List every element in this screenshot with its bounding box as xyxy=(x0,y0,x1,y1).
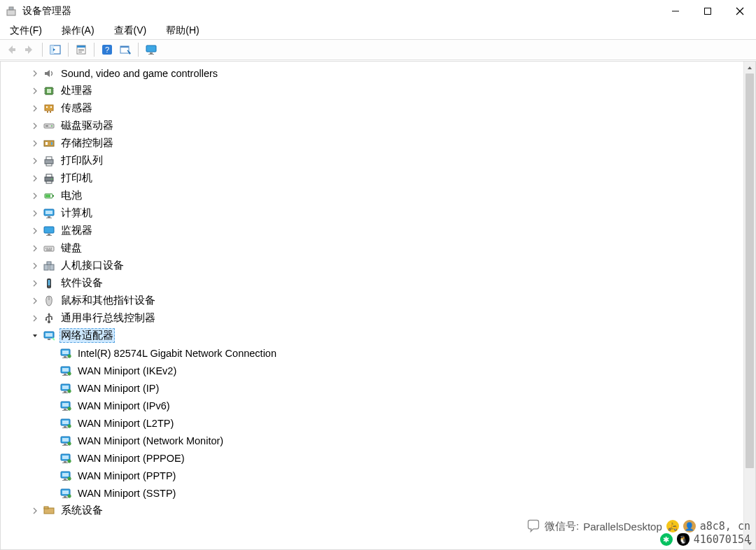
tree-row-label: 键盘 xyxy=(59,241,83,255)
storagectl-icon xyxy=(43,137,55,150)
tree-row[interactable]: WAN Miniport (IP) xyxy=(1,379,743,397)
printqueue-icon xyxy=(43,155,55,167)
scroll-thumb[interactable] xyxy=(746,73,754,468)
tree-row-label: WAN Miniport (IPv6) xyxy=(76,400,172,412)
tree-row[interactable]: 传感器 xyxy=(1,99,743,117)
tree-row[interactable]: 系统设备 xyxy=(1,502,743,519)
disk-icon xyxy=(43,120,55,132)
tree-row-label: 鼠标和其他指针设备 xyxy=(59,293,157,308)
expand-icon[interactable] xyxy=(30,121,40,131)
tree-row-label: WAN Miniport (IP) xyxy=(76,382,160,395)
tree-row-label: 计算机 xyxy=(59,206,94,220)
scroll-track[interactable] xyxy=(744,73,755,537)
expand-icon[interactable] xyxy=(30,226,40,236)
menu-file[interactable]: 文件(F) xyxy=(6,23,46,38)
expand-icon[interactable] xyxy=(30,313,40,323)
nic-icon xyxy=(59,347,72,360)
expand-icon[interactable] xyxy=(30,278,40,288)
tree-row[interactable]: 打印机 xyxy=(1,169,743,187)
expand-icon[interactable] xyxy=(30,69,40,78)
collapse-icon[interactable] xyxy=(30,331,40,341)
app-icon xyxy=(6,6,17,17)
close-button[interactable] xyxy=(724,0,756,22)
tree-row[interactable]: 计算机 xyxy=(1,204,743,222)
tree-row-label: 系统设备 xyxy=(59,503,104,518)
expand-icon[interactable] xyxy=(30,209,40,218)
tree-row-label: WAN Miniport (PPTP) xyxy=(76,470,177,482)
printer-icon xyxy=(43,172,55,185)
scan-hardware-button[interactable] xyxy=(117,41,134,58)
maximize-button[interactable] xyxy=(692,0,724,22)
expand-icon[interactable] xyxy=(30,506,40,516)
tree-row-label: WAN Miniport (IKEv2) xyxy=(76,365,178,377)
expand-icon[interactable] xyxy=(30,191,40,201)
tree-row[interactable]: WAN Miniport (L2TP) xyxy=(1,414,743,432)
expander-placeholder xyxy=(47,383,57,393)
menu-help[interactable]: 帮助(H) xyxy=(162,23,203,38)
help-button[interactable] xyxy=(99,41,115,58)
device-tree[interactable]: Sound, video and game controllers处理器传感器磁… xyxy=(1,62,743,549)
tree-row[interactable]: WAN Miniport (PPTP) xyxy=(1,467,743,484)
tree-row[interactable]: 网络适配器 xyxy=(1,327,743,344)
window-title: 设备管理器 xyxy=(22,5,71,17)
expand-icon[interactable] xyxy=(30,174,40,183)
mouse-icon xyxy=(43,295,55,307)
expand-icon[interactable] xyxy=(30,139,40,148)
minimize-button[interactable] xyxy=(659,0,692,22)
scroll-up-button[interactable] xyxy=(744,62,755,73)
expand-icon[interactable] xyxy=(30,86,40,96)
expand-icon[interactable] xyxy=(30,296,40,306)
tree-row[interactable]: 监视器 xyxy=(1,222,743,239)
tree-row-label: 软件设备 xyxy=(59,276,104,290)
tree-row-label: WAN Miniport (Network Monitor) xyxy=(76,435,225,447)
tree-row[interactable]: WAN Miniport (Network Monitor) xyxy=(1,432,743,449)
scan-icon xyxy=(120,44,131,55)
tree-row[interactable]: 软件设备 xyxy=(1,274,743,292)
nic-icon xyxy=(59,417,72,430)
tree-row[interactable]: 电池 xyxy=(1,187,743,204)
tree-row[interactable]: 处理器 xyxy=(1,82,743,99)
expander-placeholder xyxy=(47,488,57,498)
tree-row-label: WAN Miniport (L2TP) xyxy=(76,417,175,430)
titlebar[interactable]: 设备管理器 xyxy=(0,0,756,22)
show-hide-tree-button[interactable] xyxy=(47,41,64,58)
tree-row-label: 传感器 xyxy=(59,101,94,115)
tree-row-label: 磁盘驱动器 xyxy=(59,118,115,133)
scroll-down-button[interactable] xyxy=(744,537,755,549)
properties-button[interactable] xyxy=(73,41,90,58)
tree-row[interactable]: WAN Miniport (IPv6) xyxy=(1,397,743,414)
expand-icon[interactable] xyxy=(30,104,40,113)
tree-row[interactable]: 打印队列 xyxy=(1,152,743,169)
expand-icon[interactable] xyxy=(30,261,40,271)
nic-icon xyxy=(59,487,72,500)
tree-row[interactable]: WAN Miniport (SSTP) xyxy=(1,484,743,502)
expander-placeholder xyxy=(47,366,57,376)
tree-row[interactable]: Sound, video and game controllers xyxy=(1,64,743,82)
tree-row[interactable]: 键盘 xyxy=(1,239,743,257)
toolbar-separator xyxy=(94,43,94,57)
device-manager-window: 设备管理器 文件(F) 操作(A) 查看(V) 帮助(H) Sound, vid… xyxy=(0,0,756,550)
monitor-icon xyxy=(43,225,55,237)
menu-action[interactable]: 操作(A) xyxy=(57,23,99,38)
vertical-scrollbar[interactable] xyxy=(743,62,755,549)
menu-view[interactable]: 查看(V) xyxy=(110,23,151,38)
tree-row-label: 人机接口设备 xyxy=(59,258,125,273)
tree-row-label: 处理器 xyxy=(59,83,94,98)
expand-icon[interactable] xyxy=(30,156,40,166)
tree-row[interactable]: WAN Miniport (IKEv2) xyxy=(1,362,743,379)
tree-row[interactable]: 磁盘驱动器 xyxy=(1,117,743,134)
tree-row[interactable]: 人机接口设备 xyxy=(1,257,743,274)
tree-row[interactable]: WAN Miniport (PPPOE) xyxy=(1,449,743,467)
nic-icon xyxy=(59,435,72,447)
expand-icon[interactable] xyxy=(30,244,40,253)
tree-row[interactable]: Intel(R) 82574L Gigabit Network Connecti… xyxy=(1,344,743,362)
expander-placeholder xyxy=(47,348,57,358)
tree-row[interactable]: 通用串行总线控制器 xyxy=(1,309,743,327)
tree-row[interactable]: 鼠标和其他指针设备 xyxy=(1,292,743,309)
tree-row[interactable]: 存储控制器 xyxy=(1,134,743,152)
usb-icon xyxy=(43,312,55,325)
nic-icon xyxy=(59,382,72,395)
monitor-devices-button[interactable] xyxy=(143,41,160,58)
software-icon xyxy=(43,277,55,290)
arrow-left-icon xyxy=(6,44,17,55)
